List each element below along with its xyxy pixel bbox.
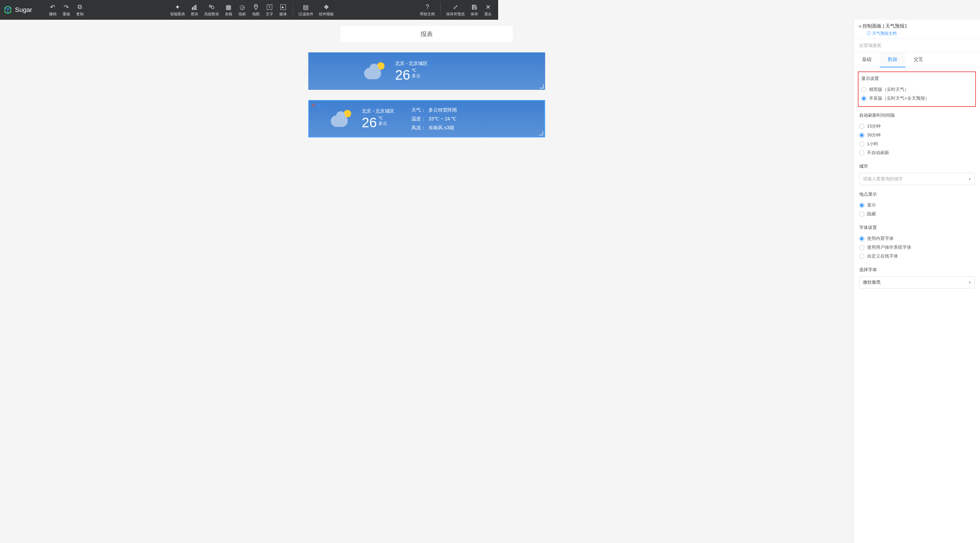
- weather-unit: ℃: [412, 68, 421, 73]
- detail-value: 东南风 ≤3级: [428, 123, 454, 132]
- weather-card-rich[interactable]: ✕ ⧉ ⤢ 北京 - 北京城区 26 ℃ 多云 天气：多云转雷阵雨 温度：33℃…: [308, 100, 498, 137]
- weather-condition: 多云: [379, 121, 387, 127]
- save-preview-button[interactable]: ⤢保存并预览: [443, 2, 468, 18]
- report-title[interactable]: 报表: [340, 26, 498, 42]
- save-button[interactable]: 保存: [468, 2, 481, 18]
- smart-chart-icon: ✦: [175, 3, 180, 11]
- redo-button[interactable]: ↷重做: [60, 2, 73, 18]
- text-button[interactable]: T文字: [263, 2, 276, 18]
- svg-point-6: [255, 5, 256, 7]
- toolbar-divider: [440, 2, 441, 15]
- adv-chart-icon: [208, 3, 215, 11]
- media-icon: ▶: [280, 3, 286, 11]
- smart-chart-button[interactable]: ✦智能图表: [167, 2, 188, 18]
- filter-icon: ▤: [303, 3, 309, 11]
- metric-button[interactable]: ◶指标: [235, 2, 249, 18]
- svg-rect-2: [195, 5, 196, 9]
- detail-label: 天气：: [411, 105, 428, 114]
- logo: Sugar: [3, 5, 32, 14]
- detail-value: 33℃ ~ 24 ℃: [428, 114, 457, 123]
- svg-rect-3: [192, 9, 197, 10]
- fullscreen-icon[interactable]: ⤢: [323, 103, 326, 108]
- weather-unit: ℃: [379, 116, 387, 121]
- expand-icon: ⤢: [453, 3, 458, 11]
- text-icon: T: [267, 3, 272, 11]
- save-icon: [472, 3, 477, 11]
- exit-button[interactable]: ✕退出: [481, 2, 495, 18]
- help-button[interactable]: ?帮助文档: [417, 2, 438, 18]
- toolbar-divider: [293, 2, 293, 15]
- close-icon: ✕: [485, 3, 491, 11]
- undo-icon: ↶: [50, 3, 55, 11]
- toolbar: Sugar ↶撤销 ↷重做 ⧉复制 ✦智能图表 图表 高级图表 ▦表格 ◶指标 …: [0, 0, 498, 20]
- svg-point-5: [211, 6, 214, 9]
- redo-icon: ↷: [64, 3, 69, 11]
- weather-condition: 多云: [412, 73, 421, 79]
- weather-temp: 26: [395, 68, 410, 82]
- brand-icon: [3, 5, 12, 14]
- duplicate-icon[interactable]: ⧉: [318, 103, 321, 108]
- svg-point-4: [209, 5, 211, 7]
- copy-icon: ⧉: [78, 3, 82, 11]
- weather-location: 北京 - 北京城区: [395, 60, 428, 67]
- weather-location: 北京 - 北京城区: [362, 108, 395, 114]
- chart-icon: [192, 3, 198, 11]
- canvas[interactable]: 报表 北京 - 北京城区 26 ℃ 多云 ✕ ⧉ ⤢ 北京 - 北京城区 26: [0, 20, 498, 272]
- copy-button[interactable]: ⧉复制: [73, 2, 87, 18]
- map-button[interactable]: 地图: [249, 2, 263, 18]
- detail-label: 温度：: [411, 114, 428, 123]
- detail-label: 风况：: [411, 123, 428, 132]
- brand-name: Sugar: [15, 6, 32, 14]
- chart-button[interactable]: 图表: [188, 2, 202, 18]
- weather-icon: [329, 108, 353, 129]
- svg-rect-1: [194, 6, 195, 9]
- undo-button[interactable]: ↶撤销: [46, 2, 60, 18]
- weather-detail-list: 天气：多云转雷阵雨 温度：33℃ ~ 24 ℃ 风况：东南风 ≤3级: [411, 105, 457, 132]
- template-icon: ❖: [324, 3, 329, 11]
- comptpl-button[interactable]: ❖组件模板: [316, 2, 337, 18]
- adv-chart-button[interactable]: 高级图表: [202, 2, 222, 18]
- svg-rect-0: [192, 7, 193, 9]
- media-button[interactable]: ▶媒体: [276, 2, 290, 18]
- map-icon: [253, 3, 259, 11]
- table-icon: ▦: [226, 3, 231, 11]
- help-icon: ?: [426, 3, 429, 11]
- weather-icon: [363, 61, 387, 81]
- delete-icon[interactable]: ✕: [312, 103, 315, 108]
- filter-button[interactable]: ▤过滤条件: [296, 2, 316, 18]
- metric-icon: ◶: [240, 3, 245, 11]
- table-button[interactable]: ▦表格: [222, 2, 235, 18]
- detail-value: 多云转雷阵雨: [428, 105, 457, 114]
- weather-card-simple[interactable]: 北京 - 北京城区 26 ℃ 多云: [308, 52, 498, 90]
- weather-temp: 26: [362, 116, 377, 129]
